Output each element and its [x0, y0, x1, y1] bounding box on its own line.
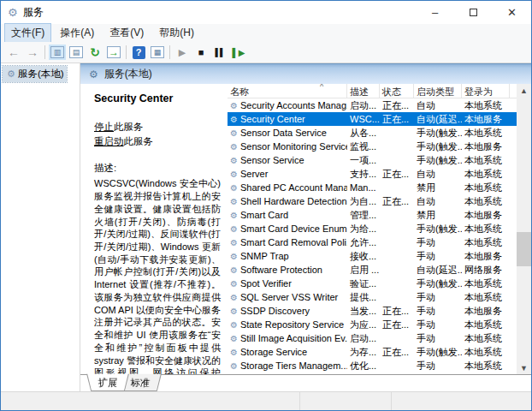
table-cell: 本地服务 [462, 140, 510, 153]
selected-service-name: Security Center [94, 92, 221, 104]
tree-item-services-local[interactable]: ⚙ 服务(本地) [3, 66, 67, 82]
table-row[interactable]: ⚙Smart Card Removal Poli...允许...手动本地系统 [228, 235, 517, 249]
table-row[interactable]: ⚙Spot Verifier验证...手动(触发...本地系统 [228, 277, 517, 290]
help-button[interactable]: ? [129, 44, 148, 61]
forward-button[interactable]: → [23, 44, 42, 61]
restart-service-link[interactable]: 重启动 [94, 136, 124, 146]
table-cell: ⚙Server [228, 169, 347, 179]
table-cell: 本地服务 [462, 209, 510, 222]
table-cell: 手动(触发... [414, 127, 462, 140]
scrollbar-track[interactable] [517, 97, 531, 361]
properties-button[interactable]: ▤ [67, 44, 86, 61]
column-header[interactable]: 描述 [347, 84, 380, 98]
table-cell: 正在... [380, 319, 414, 331]
table-cell: ⚙Sensor Service [228, 155, 347, 165]
properties-icon: ▤ [69, 46, 83, 58]
table-row[interactable]: ⚙Security CenterWSC...正在...自动(延迟...本地服务 [228, 112, 517, 126]
scroll-down-arrow[interactable]: ▼ [517, 361, 531, 374]
table-cell: 为自... [347, 195, 380, 208]
table-cell: 手动 [414, 360, 462, 372]
tab-extended[interactable]: 扩展 [86, 374, 129, 391]
restart-icon: ▌▶ [233, 48, 245, 57]
refresh-button[interactable]: ↻ [86, 44, 104, 61]
tree-item-label: 服务(本地) [18, 68, 64, 80]
menu-view[interactable]: 查看(V) [103, 24, 150, 42]
table-row[interactable]: ⚙SSDP Discovery当发...正在...手动本地服务 [228, 304, 517, 318]
table-cell: ⚙Spot Verifier [228, 278, 347, 289]
table-cell: 自动 [414, 99, 462, 112]
menu-action[interactable]: 操作(A) [54, 24, 100, 42]
column-header[interactable]: 登录为 [462, 84, 510, 98]
table-cell: ⚙SQL Server VSS Writer [228, 292, 347, 302]
table-cell: 本地系统 [462, 195, 510, 208]
export-list-button[interactable]: → [104, 44, 123, 61]
column-header[interactable]: 名称^ [228, 84, 347, 98]
table-row[interactable]: ⚙Sensor Monitoring Service监视...手动(触发...本… [228, 140, 517, 153]
vertical-scrollbar[interactable]: ▲ ▼ [517, 84, 531, 374]
table-cell: 当发... [347, 305, 380, 318]
table-cell: 验证... [347, 277, 380, 290]
table-row[interactable]: ⚙SQL Server VSS Writer提供...手动本地系统 [228, 290, 517, 304]
back-button[interactable]: ← [4, 44, 23, 61]
table-cell: 手动 [414, 291, 462, 304]
scroll-up-arrow[interactable]: ▲ [517, 84, 531, 97]
table-row[interactable]: ⚙Sensor Data Service从各...手动(触发...本地系统 [228, 126, 517, 140]
service-gear-icon: ⚙ [230, 320, 238, 330]
table-cell: 手动 [414, 305, 462, 318]
table-cell: ⚙Smart Card Device Enum... [228, 223, 347, 234]
service-gear-icon: ⚙ [230, 183, 238, 193]
table-row[interactable]: ⚙Security Accounts Manag...启动...正在...自动本… [228, 98, 517, 112]
table-row[interactable]: ⚙Smart Card Device Enum...为给...手动(触发...本… [228, 222, 517, 235]
console-tree-icon: ▥ [50, 46, 64, 58]
service-action-links: 停止此服务 重启动此服务 [94, 120, 221, 148]
view-tabs: 扩展 标准 [80, 374, 531, 391]
table-row[interactable]: ⚙Server支持...正在...自动本地系统 [228, 167, 517, 181]
services-pane: ⚙ 服务(本地) Security Center 停止此服务 重启动此服务 描述… [80, 63, 531, 391]
service-gear-icon: ⚙ [230, 348, 238, 357]
maximize-icon [470, 9, 477, 16]
table-row[interactable]: ⚙Storage Tiers Managem...优化...手动本地系统 [228, 359, 517, 372]
close-button[interactable]: ✕ [493, 1, 531, 24]
menu-file[interactable]: 文件(F) [5, 24, 50, 42]
table-row[interactable]: ⚙State Repository Service为应...正在...手动本地系… [228, 318, 517, 331]
table-cell: 本地系统 [462, 360, 510, 372]
pause-service-button[interactable]: ▌▌ [210, 44, 229, 61]
table-cell: 接收... [347, 250, 380, 263]
table-row[interactable]: ⚙Sensor Service一项...手动(触发...本地系统 [228, 153, 517, 167]
stop-icon: ■ [198, 47, 204, 57]
service-gear-icon: ⚙ [230, 307, 238, 316]
table-row[interactable]: ⚙SNMP Trap接收...手动本地服务 [228, 249, 517, 263]
table-cell: 手动 [414, 319, 462, 331]
service-list: 名称^描述状态启动类型登录为 ⚙Security Accounts Manag.… [228, 84, 531, 374]
restart-service-button[interactable]: ▌▶ [229, 44, 248, 61]
table-row[interactable]: ⚙Storage Service为存...正在...手动(触发...本地系统 [228, 345, 517, 359]
column-header[interactable]: 启动类型 [414, 84, 462, 98]
help-icon: ? [133, 46, 145, 59]
table-cell: 优化... [347, 360, 380, 372]
show-console-tree-button[interactable]: ▥ [48, 44, 67, 61]
table-row[interactable]: ⚙Shell Hardware Detection为自...正在...自动本地系… [228, 194, 517, 208]
minimize-button[interactable]: – [416, 1, 454, 24]
stop-service-link[interactable]: 停止 [94, 122, 114, 132]
table-cell: WSC... [347, 114, 380, 124]
table-row[interactable]: ⚙Shared PC Account Mana...Man...禁用本地系统 [228, 181, 517, 194]
menu-help[interactable]: 帮助(H) [153, 24, 200, 42]
table-cell: ⚙State Repository Service [228, 319, 347, 330]
table-cell: 正在... [380, 168, 414, 181]
extended-pane-button[interactable]: ▦ [148, 44, 167, 61]
table-row[interactable]: ⚙Smart Card管理...禁用本地服务 [228, 208, 517, 222]
service-gear-icon: ⚙ [230, 156, 238, 165]
maximize-button[interactable] [454, 1, 493, 24]
table-row[interactable]: ⚙Still Image Acquisition Ev...启动...手动本地系… [228, 331, 517, 345]
table-cell: ⚙SNMP Trap [228, 251, 347, 261]
start-service-button[interactable]: ▶ [173, 44, 192, 61]
forward-icon: → [27, 45, 38, 59]
console-tree: ⚙ 服务(本地) [1, 63, 80, 391]
stop-service-button[interactable]: ■ [192, 44, 210, 61]
main-area: ⚙ 服务(本地) ⚙ 服务(本地) Security Center 停止此服务 … [1, 63, 531, 391]
column-header[interactable]: 状态 [380, 84, 414, 98]
scrollbar-thumb[interactable] [517, 232, 531, 266]
status-section [1, 392, 300, 410]
table-cell: ⚙Smart Card Removal Poli... [228, 237, 347, 247]
table-row[interactable]: ⚙Software Protection启用 ...自动(延迟...网络服务 [228, 263, 517, 277]
